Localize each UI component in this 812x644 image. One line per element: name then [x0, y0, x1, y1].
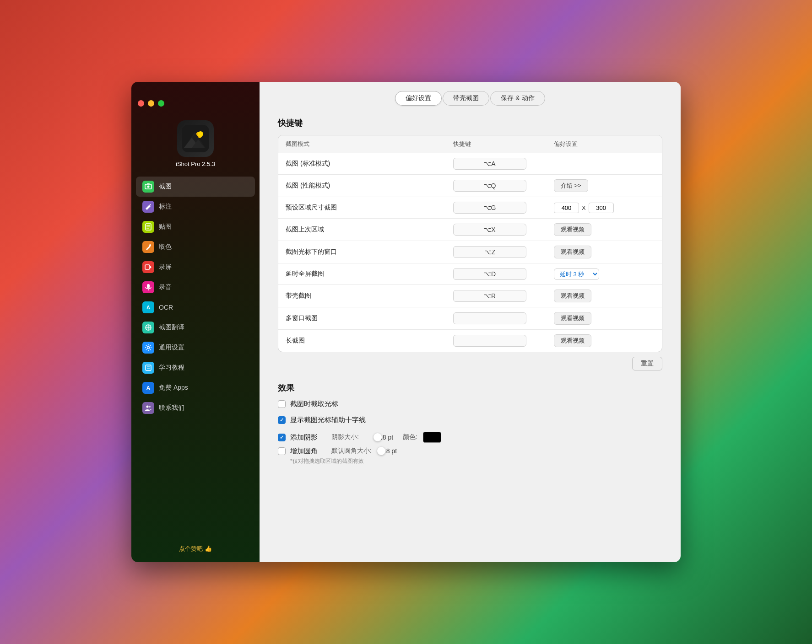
sidebar-item-record-screen[interactable]: 录屏 [136, 257, 255, 277]
sidebar-item-label-screenshot-translate: 截图翻译 [159, 323, 184, 332]
sidebar-item-label-general-settings: 通用设置 [159, 343, 184, 352]
tab-bar: 偏好设置 带壳截图 保存 & 动作 [260, 82, 681, 113]
row-mode-7: 多窗口截图 [286, 314, 453, 322]
shortcut-input-6[interactable] [453, 290, 526, 302]
pref-btn-video-6[interactable]: 观看视频 [554, 290, 591, 302]
record-screen-icon [142, 261, 154, 273]
shortcut-input-3[interactable] [453, 224, 526, 236]
rounded-slider-thumb[interactable] [377, 447, 385, 455]
row-pref-2: X [554, 203, 655, 213]
checkbox-rounded[interactable] [278, 447, 286, 455]
svg-point-16 [149, 244, 151, 246]
shortcut-input-4[interactable] [453, 246, 526, 258]
pref-btn-video-4[interactable]: 观看视频 [554, 246, 591, 258]
row-pref-6: 观看视频 [554, 290, 655, 302]
shortcut-input-2[interactable] [453, 202, 526, 214]
sidebar-item-learn-tutorial[interactable]: 学习教程 [136, 358, 255, 378]
rounded-slider-label: 默认圆角大小: [331, 447, 372, 455]
row-shortcut-0 [453, 158, 554, 170]
svg-point-8 [198, 131, 203, 137]
checkbox-shadow[interactable] [278, 434, 286, 441]
table-row: 截图 (性能模式) 介绍 >> [278, 175, 662, 197]
size-input-height[interactable] [589, 203, 614, 213]
row-pref-1: 介绍 >> [554, 179, 655, 192]
nav-list: 截图 标注 贴图 取色 [131, 177, 260, 536]
tab-preferences[interactable]: 偏好设置 [395, 91, 442, 106]
table-row: 截图光标下的窗口 观看视频 [278, 241, 662, 263]
shortcut-input-5[interactable] [453, 268, 526, 280]
sidebar-item-label-sticker: 贴图 [159, 223, 172, 231]
row-shortcut-8 [453, 335, 554, 347]
sidebar-item-screenshot[interactable]: 截图 [136, 177, 255, 197]
shadow-color-swatch[interactable] [423, 432, 441, 443]
minimize-button[interactable] [148, 100, 154, 107]
checkbox-show-crosshair[interactable] [278, 416, 286, 424]
sidebar-footer-label: 点个赞吧 👍 [179, 545, 212, 552]
effect-row-capture-cursor: 截图时截取光标 [278, 400, 662, 408]
tab-save-action[interactable]: 保存 & 动作 [490, 91, 545, 106]
shortcut-input-8[interactable] [453, 335, 526, 347]
effect-label-rounded: 增加圆角 [290, 447, 318, 456]
shortcut-input-0[interactable] [453, 158, 526, 170]
svg-rect-19 [147, 284, 150, 288]
sidebar: iShot Pro 2.5.3 截图 标注 贴图 [131, 82, 260, 562]
tab-shell-screenshot[interactable]: 带壳截图 [443, 91, 489, 106]
learn-tutorial-icon [142, 362, 154, 374]
shadow-slider-thumb[interactable] [374, 433, 382, 441]
reset-button[interactable]: 重置 [632, 357, 662, 370]
table-row: 多窗口截图 观看视频 [278, 307, 662, 330]
col-header-shortcut: 快捷键 [453, 140, 554, 148]
sidebar-item-screenshot-translate[interactable]: 截图翻译 [136, 317, 255, 338]
app-name: iShot Pro 2.5.3 [176, 161, 215, 167]
row-shortcut-1 [453, 180, 554, 192]
svg-point-10 [147, 186, 150, 188]
record-audio-icon [142, 281, 154, 293]
sidebar-item-contact-us[interactable]: 联系我们 [136, 398, 255, 418]
sidebar-item-color-picker[interactable]: 取色 [136, 237, 255, 257]
color-picker-icon [142, 241, 154, 253]
annotate-icon [142, 201, 154, 213]
sidebar-item-annotate[interactable]: 标注 [136, 197, 255, 217]
sidebar-item-free-apps[interactable]: A 免费 Apps [136, 378, 255, 398]
sidebar-item-ocr[interactable]: A OCR [136, 297, 255, 317]
pref-btn-video-3[interactable]: 观看视频 [554, 223, 591, 236]
effect-label-show-crosshair: 显示截图光标辅助十字线 [290, 416, 366, 424]
delay-select[interactable]: 延时 3 秒 延时 5 秒 延时 10 秒 [554, 268, 599, 280]
maximize-button[interactable] [158, 100, 164, 107]
shadow-slider-value: 18 pt [379, 434, 397, 441]
table-row: 预设区域尺寸截图 X [278, 197, 662, 219]
content-area: 快捷键 截图模式 快捷键 偏好设置 截图 (标准模式) [260, 113, 681, 562]
sidebar-item-general-settings[interactable]: 通用设置 [136, 338, 255, 358]
sidebar-item-sticker[interactable]: 贴图 [136, 217, 255, 237]
table-row: 带壳截图 观看视频 [278, 285, 662, 307]
rounded-slider-value: 18 pt [383, 447, 401, 455]
shadow-slider-label: 阴影大小: [331, 433, 368, 441]
row-shortcut-7 [453, 312, 554, 324]
effect-label-shadow: 添加阴影 [290, 433, 318, 442]
size-input-width[interactable] [554, 203, 579, 213]
row-pref-7: 观看视频 [554, 312, 655, 325]
sidebar-footer[interactable]: 点个赞吧 👍 [170, 536, 221, 562]
sidebar-item-label-screenshot: 截图 [159, 182, 172, 191]
row-mode-3: 截图上次区域 [286, 225, 453, 234]
sidebar-item-label-ocr: OCR [159, 304, 173, 311]
sidebar-item-label-record-screen: 录屏 [159, 263, 172, 271]
checkbox-capture-cursor[interactable] [278, 400, 286, 408]
general-settings-icon [142, 342, 154, 354]
svg-point-28 [146, 406, 149, 408]
sidebar-item-record-audio[interactable]: 录音 [136, 277, 255, 297]
col-header-pref: 偏好设置 [554, 140, 655, 148]
close-button[interactable] [138, 100, 144, 107]
shortcut-input-1[interactable] [453, 180, 526, 192]
sidebar-item-label-contact-us: 联系我们 [159, 404, 184, 412]
pref-btn-video-8[interactable]: 观看视频 [554, 334, 591, 347]
pref-btn-intro[interactable]: 介绍 >> [554, 179, 588, 192]
pref-btn-video-7[interactable]: 观看视频 [554, 312, 591, 325]
svg-rect-17 [145, 265, 150, 269]
rounded-note: *仅对拖拽选取区域的截图有效 [290, 457, 662, 465]
table-header: 截图模式 快捷键 偏好设置 [278, 135, 662, 153]
table-row: 截图 (标准模式) [278, 153, 662, 175]
shortcut-input-7[interactable] [453, 312, 526, 324]
shadow-value-unit: pt [388, 434, 393, 441]
row-pref-4: 观看视频 [554, 246, 655, 258]
